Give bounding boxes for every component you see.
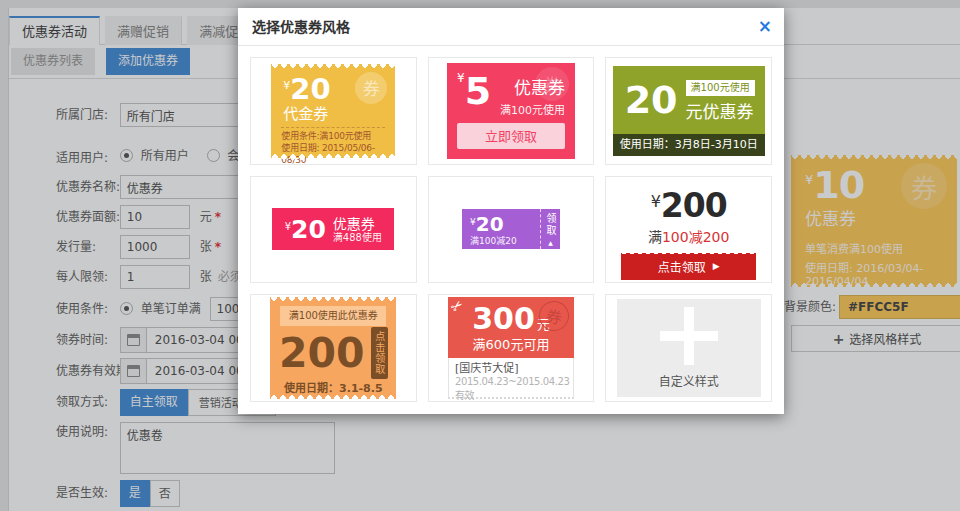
dashed-separator: [281, 127, 385, 128]
coupon-style-pink[interactable]: 券 ¥5 优惠券 满100元使用 立即领取: [428, 57, 595, 165]
coupon-style-grid: 券 ¥20 代金券 使用条件:满100元使用 使用日期: 2015/05/06-…: [250, 57, 772, 402]
currency-symbol: ¥: [457, 71, 465, 85]
coupon-condition: 满100元使用: [500, 101, 565, 117]
coupon-amount: 5: [465, 69, 491, 113]
coupon-title: 优惠券: [333, 216, 382, 232]
coupon-amount-group: ¥200: [651, 186, 727, 225]
coupon-condition: 满600元可用: [448, 334, 574, 353]
coupon-style-orange[interactable]: 满100使用此优惠券 200 点击领取 使用日期：3.1-8.5: [250, 294, 417, 402]
coupon-condition: 满100减20: [470, 234, 540, 247]
coupon-style-red-300[interactable]: ✂ 券 300元 满600元可用 [国庆节大促] 2015.04.23~2015…: [428, 294, 595, 402]
coupon-style-small-red[interactable]: ¥20 优惠券 满488使用: [250, 176, 417, 284]
perforation-top: [270, 295, 396, 301]
coupon-pink: 券 ¥5 优惠券 满100元使用 立即领取: [447, 63, 575, 159]
claim-label: 领取: [543, 213, 558, 237]
coupon-small-red: ¥20 优惠券 满488使用: [272, 208, 394, 250]
perforation-top: [621, 251, 756, 256]
coupon-style-yellow[interactable]: 券 ¥20 代金券 使用条件:满100元使用 使用日期: 2015/05/06-…: [250, 57, 417, 165]
coupon-style-green[interactable]: 20 满100元使用 元优惠券 使用日期：3月8日-3月10日: [605, 57, 772, 165]
coupon-purple: ¥20 满100减20 领取 ▲: [462, 209, 560, 249]
arrow-right-icon: ▶: [713, 261, 720, 271]
coupon-amount-group: ¥20: [285, 215, 326, 244]
custom-style-box: 自定义样式: [617, 299, 761, 397]
coupon-yellow: 券 ¥20 代金券 使用条件:满100元使用 使用日期: 2015/05/06-…: [271, 64, 395, 158]
coupon-style-modal: 选择优惠券风格 × 券 ¥20 代金券 使用条件:满100元使用 使用日期: 2…: [238, 8, 784, 414]
coupon-white-200: ¥200 满100减200 点击领取 ▶: [606, 177, 771, 283]
coupon-amount: 20: [291, 215, 326, 244]
claim-label: 点击领取: [658, 258, 706, 275]
coupon-orange: 满100使用此优惠券 200 点击领取 使用日期：3.1-8.5: [270, 297, 396, 399]
claim-now-button[interactable]: 立即领取: [457, 123, 565, 149]
page-background: 优惠券活动 满赠促销 满减促销 抽奖活动 优惠券列表 添加优惠券 所属门店: 适…: [0, 0, 960, 511]
perforation-bottom: [271, 154, 395, 160]
click-claim-button[interactable]: 点击领取 ▶: [621, 253, 756, 280]
coupon-amount: 20: [476, 212, 504, 236]
coupon-amount-group: ¥5: [457, 71, 491, 111]
coupon-amount: 20: [290, 72, 330, 106]
coupon-condition: 满100减200: [648, 226, 729, 246]
coupon-style-white-200[interactable]: ¥200 满100减200 点击领取 ▶: [605, 176, 772, 284]
coupon-green: 20 满100元使用 元优惠券 使用日期：3月8日-3月10日: [613, 66, 765, 156]
coupon-condition-header: 满100使用此优惠券: [280, 306, 386, 326]
claim-button[interactable]: 领取 ▲: [540, 209, 560, 249]
coupon-title: 元优惠券: [686, 98, 755, 123]
coupon-date-band: 使用日期：3月8日-3月10日: [613, 134, 765, 156]
plus-icon: [660, 307, 718, 365]
perforation-top: [271, 62, 395, 68]
coupon-stamp-icon: 券: [355, 72, 387, 104]
coupon-amount: 300: [472, 301, 535, 336]
coupon-condition-badge: 满100元使用: [686, 80, 755, 96]
coupon-condition: 满488使用: [333, 232, 382, 243]
modal-title: 选择优惠券风格: [238, 8, 784, 46]
close-icon[interactable]: ×: [758, 8, 772, 46]
coupon-title: 代金券: [271, 102, 395, 123]
coupon-promo-title: [国庆节大促]: [455, 361, 567, 376]
coupon-style-purple[interactable]: ¥20 满100减20 领取 ▲: [428, 176, 595, 284]
perforation-bottom: [270, 395, 396, 401]
coupon-date: 使用日期：3.1-8.5: [270, 379, 396, 395]
coupon-amount-group: ¥20: [470, 212, 540, 236]
coupon-amount: 20: [625, 81, 678, 119]
coupon-amount: 200: [279, 331, 365, 375]
coupon-condition: 使用条件:满100元使用: [271, 130, 395, 142]
coupon-red-300: ✂ 券 300元 满600元可用 [国庆节大促] 2015.04.23~2015…: [448, 297, 574, 399]
arrow-up-icon: ▲: [548, 239, 553, 246]
currency-symbol: ¥: [651, 192, 661, 211]
coupon-amount: 200: [661, 186, 727, 225]
coupon-stamp-icon: 券: [535, 67, 569, 101]
coupon-date: 2015.04.23~2015.04.23有效: [455, 376, 567, 402]
click-claim-button[interactable]: 点击领取: [371, 327, 388, 379]
coupon-style-custom[interactable]: 自定义样式: [605, 294, 772, 402]
custom-style-label: 自定义样式: [617, 372, 761, 389]
